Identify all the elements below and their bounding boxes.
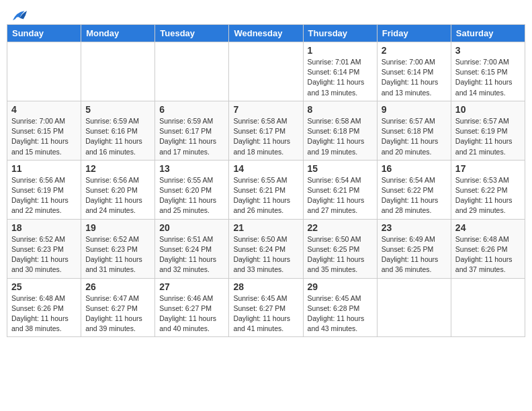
table-row: 21Sunrise: 6:50 AM Sunset: 6:24 PM Dayli…	[229, 219, 303, 278]
col-friday: Friday	[377, 25, 451, 42]
day-info: Sunrise: 6:56 AM Sunset: 6:20 PM Dayligh…	[85, 175, 150, 216]
day-info: Sunrise: 6:58 AM Sunset: 6:18 PM Dayligh…	[308, 116, 373, 157]
day-number: 21	[233, 222, 298, 233]
day-info: Sunrise: 7:00 AM Sunset: 6:14 PM Dayligh…	[382, 57, 447, 98]
table-row: 28Sunrise: 6:45 AM Sunset: 6:27 PM Dayli…	[229, 278, 303, 337]
day-info: Sunrise: 6:45 AM Sunset: 6:27 PM Dayligh…	[233, 293, 298, 334]
day-info: Sunrise: 6:55 AM Sunset: 6:21 PM Dayligh…	[233, 175, 298, 216]
table-row: 18Sunrise: 6:52 AM Sunset: 6:23 PM Dayli…	[7, 219, 81, 278]
day-number: 1	[308, 45, 373, 56]
day-number: 24	[455, 222, 521, 233]
table-row: 22Sunrise: 6:50 AM Sunset: 6:25 PM Dayli…	[303, 219, 377, 278]
day-number: 5	[85, 104, 150, 115]
day-number: 28	[233, 281, 298, 292]
table-row: 4Sunrise: 7:00 AM Sunset: 6:15 PM Daylig…	[7, 101, 81, 160]
table-row: 6Sunrise: 6:59 AM Sunset: 6:17 PM Daylig…	[155, 101, 229, 160]
day-number: 7	[233, 104, 298, 115]
table-row: 24Sunrise: 6:48 AM Sunset: 6:26 PM Dayli…	[451, 219, 525, 278]
table-row: 29Sunrise: 6:45 AM Sunset: 6:28 PM Dayli…	[303, 278, 377, 337]
table-row: 11Sunrise: 6:56 AM Sunset: 6:19 PM Dayli…	[7, 160, 81, 219]
day-info: Sunrise: 7:00 AM Sunset: 6:15 PM Dayligh…	[455, 57, 521, 98]
table-row: 15Sunrise: 6:54 AM Sunset: 6:21 PM Dayli…	[303, 160, 377, 219]
day-number: 26	[85, 281, 150, 292]
table-row: 20Sunrise: 6:51 AM Sunset: 6:24 PM Dayli…	[155, 219, 229, 278]
day-info: Sunrise: 6:53 AM Sunset: 6:22 PM Dayligh…	[455, 175, 521, 216]
logo	[7, 7, 27, 20]
day-number: 18	[11, 222, 77, 233]
day-number: 23	[382, 222, 447, 233]
day-number: 20	[159, 222, 224, 233]
day-info: Sunrise: 6:59 AM Sunset: 6:16 PM Dayligh…	[85, 116, 150, 157]
day-number: 25	[11, 281, 77, 292]
day-number: 4	[11, 104, 77, 115]
day-number: 10	[455, 104, 521, 115]
day-number: 14	[233, 163, 298, 174]
table-row: 3Sunrise: 7:00 AM Sunset: 6:15 PM Daylig…	[451, 42, 525, 101]
col-monday: Monday	[81, 25, 155, 42]
day-info: Sunrise: 6:56 AM Sunset: 6:19 PM Dayligh…	[11, 175, 77, 216]
calendar-week-row: 4Sunrise: 7:00 AM Sunset: 6:15 PM Daylig…	[7, 101, 525, 160]
table-row: 2Sunrise: 7:00 AM Sunset: 6:14 PM Daylig…	[377, 42, 451, 101]
table-row	[377, 278, 451, 337]
table-row	[229, 42, 303, 101]
calendar-week-row: 18Sunrise: 6:52 AM Sunset: 6:23 PM Dayli…	[7, 219, 525, 278]
day-info: Sunrise: 6:46 AM Sunset: 6:27 PM Dayligh…	[159, 293, 224, 334]
day-info: Sunrise: 6:45 AM Sunset: 6:28 PM Dayligh…	[308, 293, 373, 334]
table-row	[451, 278, 525, 337]
table-row: 14Sunrise: 6:55 AM Sunset: 6:21 PM Dayli…	[229, 160, 303, 219]
day-number: 16	[382, 163, 447, 174]
day-number: 13	[159, 163, 224, 174]
day-info: Sunrise: 6:52 AM Sunset: 6:23 PM Dayligh…	[85, 234, 150, 275]
calendar-week-row: 25Sunrise: 6:48 AM Sunset: 6:26 PM Dayli…	[7, 278, 525, 337]
table-row: 9Sunrise: 6:57 AM Sunset: 6:18 PM Daylig…	[377, 101, 451, 160]
table-row: 16Sunrise: 6:54 AM Sunset: 6:22 PM Dayli…	[377, 160, 451, 219]
day-number: 8	[308, 104, 373, 115]
table-row: 27Sunrise: 6:46 AM Sunset: 6:27 PM Dayli…	[155, 278, 229, 337]
col-tuesday: Tuesday	[155, 25, 229, 42]
table-row	[81, 42, 155, 101]
day-number: 12	[85, 163, 150, 174]
day-info: Sunrise: 6:57 AM Sunset: 6:19 PM Dayligh…	[455, 116, 521, 157]
table-row: 1Sunrise: 7:01 AM Sunset: 6:14 PM Daylig…	[303, 42, 377, 101]
logo-bird-icon	[8, 9, 27, 23]
day-info: Sunrise: 6:49 AM Sunset: 6:25 PM Dayligh…	[382, 234, 447, 275]
day-info: Sunrise: 6:52 AM Sunset: 6:23 PM Dayligh…	[11, 234, 77, 275]
day-number: 29	[308, 281, 373, 292]
col-wednesday: Wednesday	[229, 25, 303, 42]
day-info: Sunrise: 6:54 AM Sunset: 6:21 PM Dayligh…	[308, 175, 373, 216]
table-row	[7, 42, 81, 101]
day-number: 2	[382, 45, 447, 56]
day-number: 9	[382, 104, 447, 115]
table-row: 13Sunrise: 6:55 AM Sunset: 6:20 PM Dayli…	[155, 160, 229, 219]
day-number: 3	[455, 45, 521, 56]
table-row: 19Sunrise: 6:52 AM Sunset: 6:23 PM Dayli…	[81, 219, 155, 278]
day-info: Sunrise: 6:48 AM Sunset: 6:26 PM Dayligh…	[455, 234, 521, 275]
day-info: Sunrise: 6:54 AM Sunset: 6:22 PM Dayligh…	[382, 175, 447, 216]
table-row: 17Sunrise: 6:53 AM Sunset: 6:22 PM Dayli…	[451, 160, 525, 219]
day-info: Sunrise: 6:57 AM Sunset: 6:18 PM Dayligh…	[382, 116, 447, 157]
col-sunday: Sunday	[7, 25, 81, 42]
day-info: Sunrise: 6:50 AM Sunset: 6:25 PM Dayligh…	[308, 234, 373, 275]
table-row: 23Sunrise: 6:49 AM Sunset: 6:25 PM Dayli…	[377, 219, 451, 278]
calendar-header-row: Sunday Monday Tuesday Wednesday Thursday…	[7, 25, 525, 42]
calendar-week-row: 11Sunrise: 6:56 AM Sunset: 6:19 PM Dayli…	[7, 160, 525, 219]
day-info: Sunrise: 6:58 AM Sunset: 6:17 PM Dayligh…	[233, 116, 298, 157]
day-info: Sunrise: 6:59 AM Sunset: 6:17 PM Dayligh…	[159, 116, 224, 157]
day-number: 22	[308, 222, 373, 233]
table-row: 7Sunrise: 6:58 AM Sunset: 6:17 PM Daylig…	[229, 101, 303, 160]
day-number: 19	[85, 222, 150, 233]
table-row	[155, 42, 229, 101]
day-info: Sunrise: 6:55 AM Sunset: 6:20 PM Dayligh…	[159, 175, 224, 216]
table-row: 8Sunrise: 6:58 AM Sunset: 6:18 PM Daylig…	[303, 101, 377, 160]
calendar-table: Sunday Monday Tuesday Wednesday Thursday…	[7, 24, 525, 337]
day-number: 17	[455, 163, 521, 174]
page-header	[7, 7, 525, 20]
table-row: 10Sunrise: 6:57 AM Sunset: 6:19 PM Dayli…	[451, 101, 525, 160]
col-saturday: Saturday	[451, 25, 525, 42]
day-number: 15	[308, 163, 373, 174]
day-info: Sunrise: 6:48 AM Sunset: 6:26 PM Dayligh…	[11, 293, 77, 334]
calendar-week-row: 1Sunrise: 7:01 AM Sunset: 6:14 PM Daylig…	[7, 42, 525, 101]
table-row: 25Sunrise: 6:48 AM Sunset: 6:26 PM Dayli…	[7, 278, 81, 337]
day-info: Sunrise: 6:50 AM Sunset: 6:24 PM Dayligh…	[233, 234, 298, 275]
day-number: 11	[11, 163, 77, 174]
